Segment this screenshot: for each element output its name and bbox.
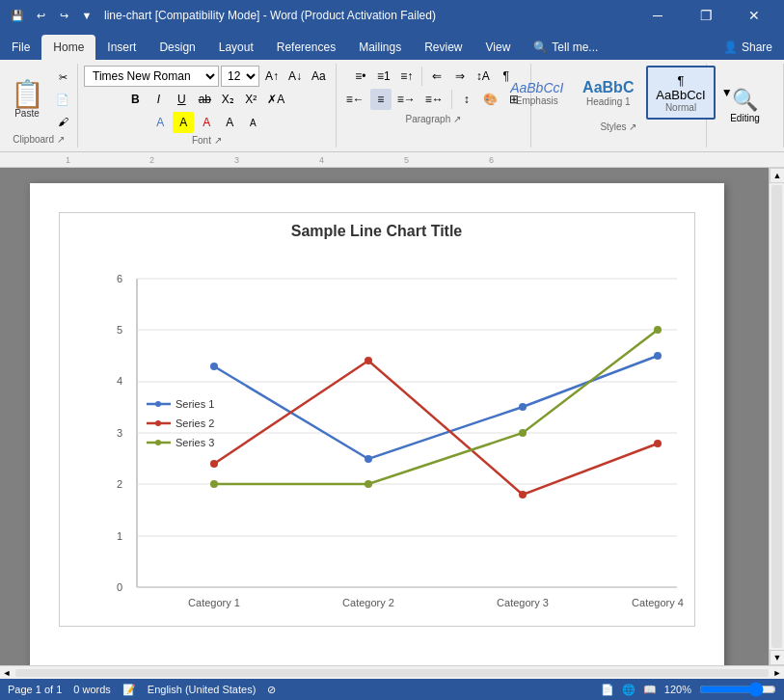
underline-button[interactable]: U: [171, 89, 192, 110]
view-read-btn[interactable]: 📖: [643, 684, 657, 696]
line-spacing-btn[interactable]: ↕: [456, 89, 477, 110]
align-right-btn[interactable]: ≡→: [393, 89, 419, 110]
cut-button[interactable]: ✂: [52, 67, 73, 88]
paste-button[interactable]: 📋 Paste: [4, 76, 50, 123]
change-case-btn[interactable]: Aa: [308, 66, 330, 87]
ribbon-group-font: Times New Roman 12 A↑ A↓ Aa B I U ab X₂ …: [78, 64, 337, 148]
page-info: Page 1 of 1: [8, 684, 62, 695]
italic-button[interactable]: I: [148, 89, 169, 110]
svg-text:Category 3: Category 3: [497, 597, 549, 608]
title-bar: 💾 ↩ ↪ ▼ line-chart [Compatibility Mode] …: [0, 0, 784, 31]
style-emphasis[interactable]: AaBbCcI Emphasis: [503, 66, 571, 120]
tab-references[interactable]: References: [265, 35, 347, 60]
clear-format-button[interactable]: ✗A: [263, 89, 288, 110]
svg-text:Series 1: Series 1: [176, 398, 214, 410]
svg-text:6: 6: [116, 273, 122, 284]
format-painter-button[interactable]: 🖌: [52, 111, 73, 132]
clipboard-group-label: Clipboard ↗: [4, 134, 73, 145]
scroll-up-btn[interactable]: ▲: [770, 168, 784, 183]
zoom-slider[interactable]: [699, 682, 776, 697]
tab-review[interactable]: Review: [413, 35, 473, 60]
font-group-label: Font ↗: [192, 135, 222, 146]
sort-button[interactable]: ↕A: [473, 66, 494, 87]
svg-point-26: [519, 491, 527, 498]
ribbon-tabs: File Home Insert Design Layout Reference…: [0, 31, 784, 60]
scroll-down-btn[interactable]: ▼: [770, 650, 784, 665]
tab-design[interactable]: Design: [148, 35, 206, 60]
find-button[interactable]: 🔍 Editing: [722, 84, 768, 127]
font-row1: Times New Roman 12 A↑ A↓ Aa: [84, 66, 330, 87]
tab-share[interactable]: 👤Share: [712, 35, 784, 60]
scroll-left-btn[interactable]: ◄: [0, 666, 14, 680]
font-size-select[interactable]: 12: [221, 66, 259, 87]
font-size-shrink-btn[interactable]: A: [242, 112, 263, 133]
style-normal-label: Normal: [665, 102, 696, 113]
minimize-btn[interactable]: ─: [635, 0, 680, 31]
word-count: 0 words: [73, 684, 111, 695]
para-row2: ≡← ≡ ≡→ ≡↔ ↕ 🎨 ⊞: [342, 89, 525, 110]
quick-access-toolbar: 💾 ↩ ↪ ▼: [8, 6, 96, 25]
h-scroll-thumb[interactable]: [15, 669, 769, 677]
view-web-btn[interactable]: 🌐: [622, 684, 635, 696]
text-highlight-button[interactable]: A: [173, 112, 194, 133]
save-quick-btn[interactable]: 💾: [8, 6, 27, 25]
strikethrough-button[interactable]: ab: [194, 89, 215, 110]
svg-text:Series 3: Series 3: [176, 437, 214, 448]
spell-check-icon[interactable]: 📝: [122, 684, 136, 696]
font-color-button[interactable]: A: [196, 112, 217, 133]
svg-text:Category 2: Category 2: [342, 597, 394, 608]
page-wrapper: Sample Line Chart Title: [0, 168, 769, 665]
tab-view[interactable]: View: [474, 35, 523, 60]
svg-point-27: [654, 440, 662, 447]
bottom-area: ◄ ► Page 1 of 1 0 words 📝 English (Unite…: [0, 665, 784, 700]
ruler-marker-3: 3: [234, 155, 239, 165]
horizontal-scrollbar[interactable]: ◄ ►: [0, 665, 784, 679]
svg-point-24: [210, 460, 218, 468]
bold-button[interactable]: B: [124, 89, 146, 110]
tab-mailings[interactable]: Mailings: [347, 35, 413, 60]
scroll-right-btn[interactable]: ►: [770, 666, 784, 680]
increase-indent-btn[interactable]: ⇒: [449, 66, 471, 87]
vertical-scrollbar[interactable]: ▲ ▼: [769, 168, 784, 665]
font-name-select[interactable]: Times New Roman: [84, 66, 219, 87]
tab-file[interactable]: File: [0, 35, 41, 60]
chart-container[interactable]: Sample Line Chart Title: [59, 212, 695, 627]
ribbon-group-paragraph: ≡• ≡1 ≡↑ ⇐ ⇒ ↕A ¶ ≡← ≡ ≡→ ≡↔ ↕ 🎨 ⊞ Parag…: [337, 64, 531, 148]
view-print-btn[interactable]: 📄: [601, 684, 614, 696]
align-left-btn[interactable]: ≡←: [342, 89, 368, 110]
svg-text:4: 4: [116, 375, 122, 387]
decrease-indent-btn[interactable]: ⇐: [426, 66, 447, 87]
copy-button[interactable]: 📄: [52, 89, 73, 110]
paste-icon: 📋: [11, 81, 44, 108]
justify-btn[interactable]: ≡↔: [421, 89, 447, 110]
close-btn[interactable]: ✕: [732, 0, 776, 31]
superscript-button[interactable]: X²: [240, 89, 261, 110]
tab-layout[interactable]: Layout: [207, 35, 265, 60]
customize-quick-btn[interactable]: ▼: [77, 6, 96, 25]
bullets-button[interactable]: ≡•: [350, 66, 371, 87]
multilevel-button[interactable]: ≡↑: [396, 66, 418, 87]
numbering-button[interactable]: ≡1: [373, 66, 394, 87]
status-left: Page 1 of 1 0 words 📝 English (United St…: [8, 684, 276, 696]
style-normal[interactable]: ¶ AaBbCcI Normal: [646, 66, 716, 120]
font-row2: B I U ab X₂ X² ✗A: [124, 89, 288, 110]
font-size-grow-btn[interactable]: A: [219, 112, 240, 133]
redo-quick-btn[interactable]: ↪: [54, 6, 73, 25]
tab-tell-me[interactable]: 🔍Tell me...: [522, 35, 609, 60]
svg-point-29: [365, 480, 372, 488]
svg-point-33: [155, 401, 161, 407]
svg-text:2: 2: [116, 478, 122, 490]
restore-btn[interactable]: ❐: [684, 0, 728, 31]
shading-btn[interactable]: 🎨: [479, 89, 501, 110]
increase-font-btn[interactable]: A↑: [261, 66, 283, 87]
text-effect-button[interactable]: A: [149, 112, 171, 133]
tab-home[interactable]: Home: [41, 35, 95, 60]
subscript-button[interactable]: X₂: [217, 89, 238, 110]
undo-quick-btn[interactable]: ↩: [31, 6, 50, 25]
align-center-btn[interactable]: ≡: [370, 89, 392, 110]
ruler-marker-5: 5: [404, 155, 409, 165]
decrease-font-btn[interactable]: A↓: [284, 66, 306, 87]
scroll-thumb[interactable]: [771, 185, 782, 648]
tab-insert[interactable]: Insert: [95, 35, 148, 60]
style-heading1[interactable]: AaBbC Heading 1: [575, 66, 642, 120]
